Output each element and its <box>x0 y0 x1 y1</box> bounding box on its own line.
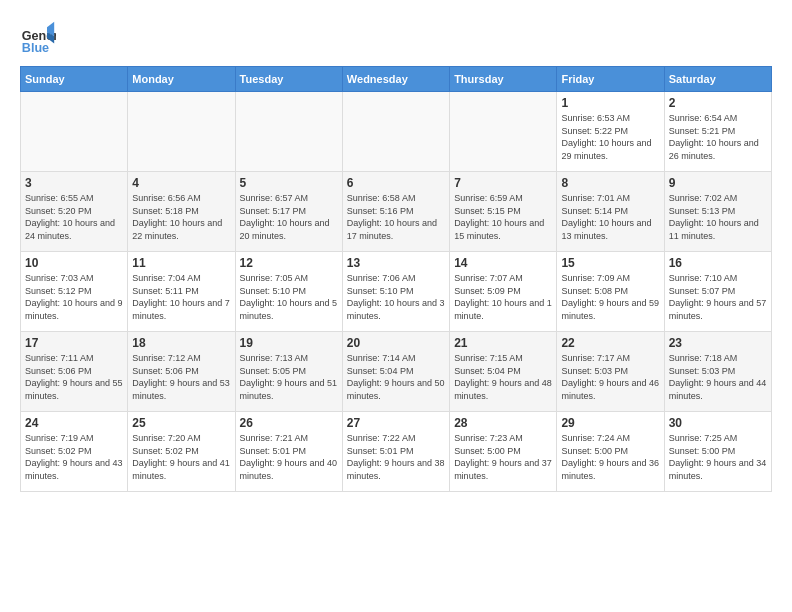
logo: General Blue <box>20 20 56 56</box>
calendar-cell: 23Sunrise: 7:18 AM Sunset: 5:03 PM Dayli… <box>664 332 771 412</box>
calendar-week-1: 1Sunrise: 6:53 AM Sunset: 5:22 PM Daylig… <box>21 92 772 172</box>
calendar-cell: 12Sunrise: 7:05 AM Sunset: 5:10 PM Dayli… <box>235 252 342 332</box>
day-number: 3 <box>25 176 123 190</box>
calendar-cell <box>235 92 342 172</box>
day-info: Sunrise: 7:14 AM Sunset: 5:04 PM Dayligh… <box>347 352 445 402</box>
weekday-sunday: Sunday <box>21 67 128 92</box>
calendar-cell: 11Sunrise: 7:04 AM Sunset: 5:11 PM Dayli… <box>128 252 235 332</box>
calendar-cell: 2Sunrise: 6:54 AM Sunset: 5:21 PM Daylig… <box>664 92 771 172</box>
calendar-week-3: 10Sunrise: 7:03 AM Sunset: 5:12 PM Dayli… <box>21 252 772 332</box>
calendar-cell: 15Sunrise: 7:09 AM Sunset: 5:08 PM Dayli… <box>557 252 664 332</box>
day-info: Sunrise: 7:19 AM Sunset: 5:02 PM Dayligh… <box>25 432 123 482</box>
day-info: Sunrise: 6:57 AM Sunset: 5:17 PM Dayligh… <box>240 192 338 242</box>
day-number: 14 <box>454 256 552 270</box>
calendar-header: SundayMondayTuesdayWednesdayThursdayFrid… <box>21 67 772 92</box>
day-number: 26 <box>240 416 338 430</box>
calendar-cell <box>342 92 449 172</box>
calendar-cell: 5Sunrise: 6:57 AM Sunset: 5:17 PM Daylig… <box>235 172 342 252</box>
day-number: 23 <box>669 336 767 350</box>
day-number: 25 <box>132 416 230 430</box>
svg-text:Blue: Blue <box>22 41 49 55</box>
day-info: Sunrise: 6:54 AM Sunset: 5:21 PM Dayligh… <box>669 112 767 162</box>
calendar-cell: 20Sunrise: 7:14 AM Sunset: 5:04 PM Dayli… <box>342 332 449 412</box>
day-info: Sunrise: 7:11 AM Sunset: 5:06 PM Dayligh… <box>25 352 123 402</box>
calendar-cell: 6Sunrise: 6:58 AM Sunset: 5:16 PM Daylig… <box>342 172 449 252</box>
calendar-cell: 14Sunrise: 7:07 AM Sunset: 5:09 PM Dayli… <box>450 252 557 332</box>
day-info: Sunrise: 7:07 AM Sunset: 5:09 PM Dayligh… <box>454 272 552 322</box>
day-info: Sunrise: 7:04 AM Sunset: 5:11 PM Dayligh… <box>132 272 230 322</box>
calendar-cell: 10Sunrise: 7:03 AM Sunset: 5:12 PM Dayli… <box>21 252 128 332</box>
calendar-cell: 21Sunrise: 7:15 AM Sunset: 5:04 PM Dayli… <box>450 332 557 412</box>
day-info: Sunrise: 6:53 AM Sunset: 5:22 PM Dayligh… <box>561 112 659 162</box>
day-number: 17 <box>25 336 123 350</box>
weekday-thursday: Thursday <box>450 67 557 92</box>
calendar-cell <box>128 92 235 172</box>
day-number: 16 <box>669 256 767 270</box>
calendar-cell: 4Sunrise: 6:56 AM Sunset: 5:18 PM Daylig… <box>128 172 235 252</box>
day-info: Sunrise: 7:05 AM Sunset: 5:10 PM Dayligh… <box>240 272 338 322</box>
day-info: Sunrise: 7:10 AM Sunset: 5:07 PM Dayligh… <box>669 272 767 322</box>
day-info: Sunrise: 7:17 AM Sunset: 5:03 PM Dayligh… <box>561 352 659 402</box>
day-info: Sunrise: 6:55 AM Sunset: 5:20 PM Dayligh… <box>25 192 123 242</box>
calendar-cell: 17Sunrise: 7:11 AM Sunset: 5:06 PM Dayli… <box>21 332 128 412</box>
day-number: 22 <box>561 336 659 350</box>
calendar-cell: 28Sunrise: 7:23 AM Sunset: 5:00 PM Dayli… <box>450 412 557 492</box>
day-info: Sunrise: 7:02 AM Sunset: 5:13 PM Dayligh… <box>669 192 767 242</box>
calendar-cell: 8Sunrise: 7:01 AM Sunset: 5:14 PM Daylig… <box>557 172 664 252</box>
day-number: 29 <box>561 416 659 430</box>
day-number: 28 <box>454 416 552 430</box>
weekday-wednesday: Wednesday <box>342 67 449 92</box>
day-number: 4 <box>132 176 230 190</box>
calendar-cell: 1Sunrise: 6:53 AM Sunset: 5:22 PM Daylig… <box>557 92 664 172</box>
calendar-week-2: 3Sunrise: 6:55 AM Sunset: 5:20 PM Daylig… <box>21 172 772 252</box>
day-number: 2 <box>669 96 767 110</box>
calendar-cell: 18Sunrise: 7:12 AM Sunset: 5:06 PM Dayli… <box>128 332 235 412</box>
day-number: 1 <box>561 96 659 110</box>
day-number: 27 <box>347 416 445 430</box>
day-info: Sunrise: 7:18 AM Sunset: 5:03 PM Dayligh… <box>669 352 767 402</box>
day-number: 11 <box>132 256 230 270</box>
weekday-tuesday: Tuesday <box>235 67 342 92</box>
day-number: 8 <box>561 176 659 190</box>
day-info: Sunrise: 6:56 AM Sunset: 5:18 PM Dayligh… <box>132 192 230 242</box>
day-info: Sunrise: 7:20 AM Sunset: 5:02 PM Dayligh… <box>132 432 230 482</box>
day-info: Sunrise: 7:09 AM Sunset: 5:08 PM Dayligh… <box>561 272 659 322</box>
calendar-week-4: 17Sunrise: 7:11 AM Sunset: 5:06 PM Dayli… <box>21 332 772 412</box>
day-info: Sunrise: 7:03 AM Sunset: 5:12 PM Dayligh… <box>25 272 123 322</box>
calendar-cell: 9Sunrise: 7:02 AM Sunset: 5:13 PM Daylig… <box>664 172 771 252</box>
weekday-monday: Monday <box>128 67 235 92</box>
day-info: Sunrise: 7:06 AM Sunset: 5:10 PM Dayligh… <box>347 272 445 322</box>
day-info: Sunrise: 7:15 AM Sunset: 5:04 PM Dayligh… <box>454 352 552 402</box>
calendar-table: SundayMondayTuesdayWednesdayThursdayFrid… <box>20 66 772 492</box>
day-number: 18 <box>132 336 230 350</box>
day-number: 20 <box>347 336 445 350</box>
day-number: 24 <box>25 416 123 430</box>
calendar-cell: 29Sunrise: 7:24 AM Sunset: 5:00 PM Dayli… <box>557 412 664 492</box>
calendar-cell: 24Sunrise: 7:19 AM Sunset: 5:02 PM Dayli… <box>21 412 128 492</box>
day-info: Sunrise: 6:58 AM Sunset: 5:16 PM Dayligh… <box>347 192 445 242</box>
day-info: Sunrise: 7:24 AM Sunset: 5:00 PM Dayligh… <box>561 432 659 482</box>
day-info: Sunrise: 7:12 AM Sunset: 5:06 PM Dayligh… <box>132 352 230 402</box>
calendar-cell <box>21 92 128 172</box>
calendar-cell: 7Sunrise: 6:59 AM Sunset: 5:15 PM Daylig… <box>450 172 557 252</box>
day-number: 5 <box>240 176 338 190</box>
day-info: Sunrise: 7:23 AM Sunset: 5:00 PM Dayligh… <box>454 432 552 482</box>
day-number: 30 <box>669 416 767 430</box>
calendar-cell: 3Sunrise: 6:55 AM Sunset: 5:20 PM Daylig… <box>21 172 128 252</box>
weekday-header-row: SundayMondayTuesdayWednesdayThursdayFrid… <box>21 67 772 92</box>
page-header: General Blue <box>20 20 772 56</box>
day-number: 7 <box>454 176 552 190</box>
calendar-week-5: 24Sunrise: 7:19 AM Sunset: 5:02 PM Dayli… <box>21 412 772 492</box>
day-info: Sunrise: 6:59 AM Sunset: 5:15 PM Dayligh… <box>454 192 552 242</box>
day-info: Sunrise: 7:22 AM Sunset: 5:01 PM Dayligh… <box>347 432 445 482</box>
calendar-cell: 13Sunrise: 7:06 AM Sunset: 5:10 PM Dayli… <box>342 252 449 332</box>
weekday-saturday: Saturday <box>664 67 771 92</box>
day-number: 15 <box>561 256 659 270</box>
day-number: 10 <box>25 256 123 270</box>
day-number: 6 <box>347 176 445 190</box>
day-info: Sunrise: 7:25 AM Sunset: 5:00 PM Dayligh… <box>669 432 767 482</box>
calendar-cell: 26Sunrise: 7:21 AM Sunset: 5:01 PM Dayli… <box>235 412 342 492</box>
calendar-cell: 27Sunrise: 7:22 AM Sunset: 5:01 PM Dayli… <box>342 412 449 492</box>
calendar-cell <box>450 92 557 172</box>
day-info: Sunrise: 7:13 AM Sunset: 5:05 PM Dayligh… <box>240 352 338 402</box>
